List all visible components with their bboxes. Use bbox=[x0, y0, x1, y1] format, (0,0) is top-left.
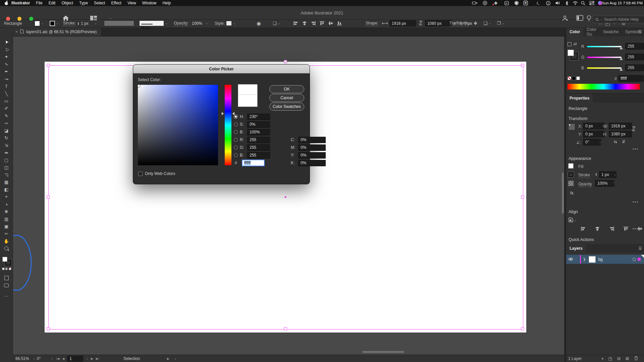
layer-target-circle[interactable] bbox=[633, 258, 636, 261]
parallels-icon[interactable]: P bbox=[503, 1, 509, 5]
spotlight-icon[interactable] bbox=[580, 1, 586, 5]
cancel-button[interactable]: Cancel bbox=[269, 94, 304, 102]
only-web-colors-checkbox[interactable] bbox=[138, 172, 143, 176]
volume-icon[interactable] bbox=[554, 1, 561, 5]
document-setup-chevron-icon[interactable]: ⌄ bbox=[278, 22, 280, 25]
screen-mirroring-icon[interactable] bbox=[471, 1, 478, 5]
layer-visibility-eye-icon[interactable] bbox=[568, 257, 573, 262]
arrange-documents-icon[interactable] bbox=[90, 15, 97, 22]
command-icon[interactable]: ⌘ bbox=[523, 1, 529, 5]
next-artboard-icon[interactable]: ▶ bbox=[91, 357, 93, 360]
menu-edit[interactable]: Edit bbox=[46, 1, 59, 5]
g-input[interactable]: 255 bbox=[247, 144, 270, 151]
document-setup-icon[interactable]: ❑ bbox=[273, 21, 277, 26]
shape-label[interactable]: Shape: bbox=[366, 21, 378, 26]
shaper-tool[interactable]: ∾ bbox=[0, 119, 13, 127]
control-center-icon[interactable] bbox=[588, 1, 595, 5]
eyedropper-tool[interactable]: ⌖ bbox=[0, 193, 13, 200]
menu-effect[interactable]: Effect bbox=[108, 1, 124, 5]
color-swatches-button[interactable]: Color Swatches bbox=[269, 103, 304, 111]
type-tool[interactable]: T bbox=[0, 82, 13, 90]
stroke-weight-panel-stepper[interactable]: ▲▼ bbox=[595, 173, 597, 176]
g-slider-track[interactable] bbox=[587, 57, 622, 58]
horizontal-scrollbar[interactable] bbox=[362, 351, 404, 353]
width-tool[interactable]: ⇹ bbox=[0, 149, 13, 156]
angle-chevron-icon[interactable]: ⌄ bbox=[599, 141, 601, 143]
y-input[interactable]: 0% bbox=[298, 152, 326, 159]
selection-handle-top-right[interactable] bbox=[521, 64, 524, 67]
g-slider-thumb[interactable] bbox=[620, 57, 623, 60]
ok-button[interactable]: OK bbox=[269, 85, 304, 93]
fill-color-chevron-icon[interactable]: ⌄ bbox=[41, 22, 44, 25]
stroke-color-swatch[interactable] bbox=[50, 21, 55, 26]
r-input[interactable]: 255 bbox=[247, 137, 270, 143]
panel-align-horizontal-center-icon[interactable] bbox=[595, 227, 600, 231]
pencil-tool[interactable]: ✎ bbox=[0, 112, 13, 119]
select-similar-chevron-icon[interactable]: ⌄ bbox=[489, 22, 491, 25]
help-search-field[interactable]: ⌄ Search Adobe Help bbox=[593, 16, 644, 23]
menu-object[interactable]: Object bbox=[58, 1, 76, 5]
cursor-app-icon[interactable] bbox=[514, 1, 520, 5]
fill-color-swatch[interactable] bbox=[35, 21, 40, 26]
white-swatch[interactable] bbox=[576, 76, 580, 80]
search-scope-chevron-icon[interactable]: ⌄ bbox=[600, 18, 603, 21]
dropbox-icon[interactable]: ❖ bbox=[492, 1, 499, 5]
layer-name[interactable]: bg bbox=[598, 257, 602, 262]
free-transform-tool[interactable]: ▢ bbox=[0, 156, 13, 164]
align-left-icon[interactable] bbox=[293, 21, 298, 25]
reference-point-grid[interactable] bbox=[569, 124, 575, 130]
s-input[interactable]: 0% bbox=[247, 121, 270, 128]
opacity-panel-chevron-icon[interactable]: ⌄ bbox=[612, 182, 615, 184]
color-spectrum-bar[interactable] bbox=[568, 84, 640, 89]
selection-handle-bottom-right[interactable] bbox=[521, 327, 524, 330]
delete-layer-icon[interactable] bbox=[634, 356, 638, 361]
appearance-stroke-swatch[interactable] bbox=[568, 172, 574, 177]
direct-selection-tool[interactable]: ▷ bbox=[0, 46, 13, 53]
selection-handle-middle-left[interactable] bbox=[47, 196, 50, 199]
wifi-icon[interactable] bbox=[572, 1, 579, 5]
gradient-button[interactable] bbox=[5, 267, 8, 270]
menu-type[interactable]: Type bbox=[76, 1, 91, 5]
layer-row[interactable]: ❯ bg bbox=[566, 255, 644, 264]
menu-help[interactable]: Help bbox=[159, 1, 174, 5]
menu-window[interactable]: Window bbox=[139, 1, 160, 5]
fx-icon[interactable]: fx. bbox=[570, 191, 575, 195]
perspective-grid-tool[interactable]: ◹ bbox=[0, 171, 13, 178]
none-button[interactable] bbox=[9, 267, 11, 270]
last-artboard-icon[interactable]: ▶| bbox=[96, 357, 99, 360]
first-artboard-icon[interactable]: |◀ bbox=[56, 357, 59, 360]
shape-builder-tool[interactable]: ◫ bbox=[0, 164, 13, 171]
paintbrush-tool[interactable]: ✐ bbox=[0, 105, 13, 112]
align-more-options-icon[interactable]: ••• bbox=[633, 227, 639, 231]
fill-proxy-swatch[interactable] bbox=[2, 257, 7, 262]
creative-cloud-icon[interactable] bbox=[482, 1, 488, 5]
g-radio[interactable] bbox=[234, 145, 238, 149]
panels-layout-icon[interactable] bbox=[576, 15, 583, 22]
artboard-number-input[interactable]: 1 bbox=[67, 356, 83, 362]
magic-wand-tool[interactable]: ✦ bbox=[0, 53, 13, 60]
b-input[interactable]: 100% bbox=[247, 129, 270, 135]
swap-fill-stroke-icon[interactable]: ⇄ bbox=[574, 42, 577, 46]
slice-tool[interactable]: ✂ bbox=[0, 230, 13, 237]
moon-icon[interactable]: ☾ bbox=[535, 0, 542, 6]
apple-menu-icon[interactable] bbox=[5, 1, 8, 5]
layer-thumbnail[interactable] bbox=[589, 256, 596, 263]
hue-slider-arrow-left[interactable] bbox=[222, 112, 224, 115]
color-field[interactable] bbox=[138, 85, 218, 165]
rotate-tool[interactable]: ↻ bbox=[0, 134, 13, 141]
artboard-chevron-icon[interactable]: ⌄ bbox=[86, 357, 88, 360]
opacity-expand-chevron-icon[interactable]: ⌄ bbox=[205, 22, 208, 24]
b-slider-track[interactable] bbox=[587, 67, 622, 69]
g-value-input[interactable]: 255 bbox=[625, 54, 644, 60]
status-expand-chevron-icon[interactable]: ‹ bbox=[175, 357, 176, 361]
tab-swatches[interactable]: Swatche bbox=[600, 27, 622, 36]
document-tab[interactable]: × layers01.aic @ 66.51 % (RGB/Preview) bbox=[13, 27, 102, 36]
draw-mode-button[interactable] bbox=[0, 274, 13, 282]
clipping-mask-icon[interactable]: ◳ bbox=[608, 356, 612, 361]
panel-align-right-icon[interactable] bbox=[609, 227, 614, 231]
locate-object-icon[interactable]: ⌖ bbox=[601, 356, 604, 361]
selection-center-point[interactable] bbox=[285, 196, 286, 198]
h-radio[interactable] bbox=[234, 115, 238, 119]
r-slider-track[interactable] bbox=[587, 46, 622, 47]
stroke-weight-stepper[interactable]: ▲▼ bbox=[77, 22, 79, 25]
